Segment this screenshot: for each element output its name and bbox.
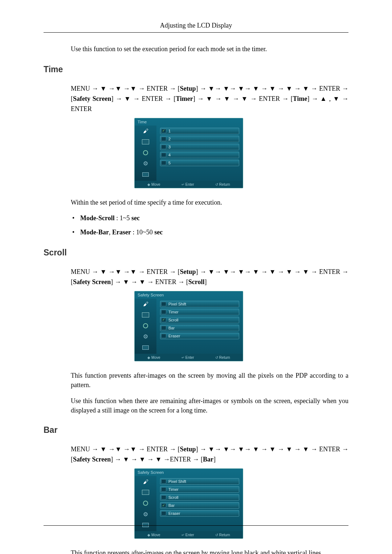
osd-row: 5 [160, 160, 239, 166]
check-icon [161, 145, 166, 149]
osd-row: Timer [160, 309, 239, 315]
osd-sidebar [135, 299, 156, 354]
bar-para1: This function prevents after-images on t… [71, 548, 348, 554]
osd-title: Safety Screen [135, 291, 243, 299]
osd-title: Time [135, 118, 243, 126]
osd-row: 2 [160, 136, 239, 142]
enter-icon: ↵ [181, 533, 184, 537]
osd-footer: ◆Move ↵Enter ↺Return [135, 531, 243, 538]
section-heading-time: Time [44, 65, 348, 74]
return-icon: ↺ [215, 533, 218, 537]
osd-row: Bar [160, 325, 239, 331]
osd-footer: ◆Move ↵Enter ↺Return [135, 181, 243, 188]
check-icon [161, 487, 166, 492]
enter-icon: ↵ [181, 356, 184, 360]
osd-row: Timer [160, 486, 239, 493]
osd-footer: ◆Move ↵Enter ↺Return [135, 354, 243, 361]
section-heading-bar: Bar [44, 425, 348, 435]
move-icon: ◆ [147, 182, 150, 186]
time-bullets: Mode-Scroll : 1~5 sec Mode-Bar, Eraser :… [71, 214, 348, 237]
osd-row: 4 [160, 152, 239, 158]
page-title: Adjusting the LCD Display [160, 22, 232, 29]
check-icon [161, 310, 166, 314]
nav-sequence-bar: MENU → ▼ →▼ →▼ → ENTER → [Setup] → ▼→ ▼→… [71, 444, 348, 465]
gear-icon [141, 160, 150, 167]
check-icon [161, 161, 166, 165]
osd-figure-bar: Safety Screen Pixel Shift Timer Scroll ✓… [134, 468, 243, 539]
move-icon: ◆ [147, 533, 150, 537]
gear-icon [141, 511, 150, 517]
osd-title: Safety Screen [135, 469, 243, 476]
circle-icon [141, 323, 150, 329]
list-item: Mode-Bar, Eraser : 10~50 sec [71, 228, 348, 237]
check-icon [161, 479, 166, 484]
osd-sidebar [135, 476, 156, 531]
osd-row: Scroll [160, 494, 239, 501]
input-icon [141, 139, 150, 145]
osd-row: ✓Scroll [160, 317, 239, 323]
scroll-para1: This function prevents after-images on t… [71, 371, 348, 390]
osd-row: Pixel Shift [160, 478, 239, 485]
media-icon [141, 344, 150, 351]
footer-rule [44, 525, 348, 526]
nav-sequence-scroll: MENU → ▼ →▼ →▼ → ENTER → [Setup] → ▼→ ▼→… [71, 267, 348, 287]
move-icon: ◆ [147, 356, 150, 360]
check-icon: ✓ [161, 318, 166, 322]
intro-paragraph: Use this function to set the execution p… [71, 45, 348, 53]
return-icon: ↺ [215, 182, 218, 186]
check-icon [161, 334, 166, 338]
check-icon [161, 153, 166, 157]
input-icon [141, 489, 150, 496]
check-icon: ✓ [161, 129, 166, 133]
check-icon [161, 137, 166, 141]
osd-list: Pixel Shift Timer Scroll ✓Bar Eraser [156, 476, 243, 531]
enter-icon: ↵ [181, 182, 184, 186]
media-icon [141, 171, 150, 178]
osd-row: Eraser [160, 333, 239, 339]
brush-icon [141, 128, 150, 134]
circle-icon [141, 149, 150, 156]
osd-figure-scroll: Safety Screen Pixel Shift Timer ✓Scroll … [134, 291, 243, 361]
gear-icon [141, 333, 150, 340]
return-icon: ↺ [215, 356, 218, 360]
osd-list: ✓1 2 3 4 5 [156, 126, 243, 181]
osd-sidebar [135, 126, 156, 181]
osd-row: 3 [160, 144, 239, 150]
osd-row: Eraser [160, 510, 239, 517]
osd-list: Pixel Shift Timer ✓Scroll Bar Eraser [156, 299, 243, 354]
osd-row: ✓1 [160, 128, 239, 134]
check-icon [161, 302, 166, 306]
nav-sequence-time: MENU → ▼ →▼ →▼ → ENTER → [Setup] → ▼→ ▼→… [71, 84, 348, 114]
osd-row: ✓Bar [160, 502, 239, 509]
check-icon [161, 495, 166, 500]
section-heading-scroll: Scroll [44, 248, 348, 258]
check-icon [161, 511, 166, 516]
circle-icon [141, 500, 150, 506]
brush-icon [141, 301, 150, 307]
scroll-para2: Use this function when there are remaini… [71, 396, 348, 415]
time-desc: Within the set period of time specify a … [71, 198, 348, 207]
list-item: Mode-Scroll : 1~5 sec [71, 214, 348, 223]
osd-figure-time: Time ✓1 2 3 4 5 [134, 118, 243, 188]
check-icon: ✓ [161, 503, 166, 508]
osd-row: Pixel Shift [160, 301, 239, 307]
brush-icon [141, 478, 150, 485]
input-icon [141, 312, 150, 318]
page-header: Adjusting the LCD Display [44, 22, 348, 33]
check-icon [161, 326, 166, 330]
